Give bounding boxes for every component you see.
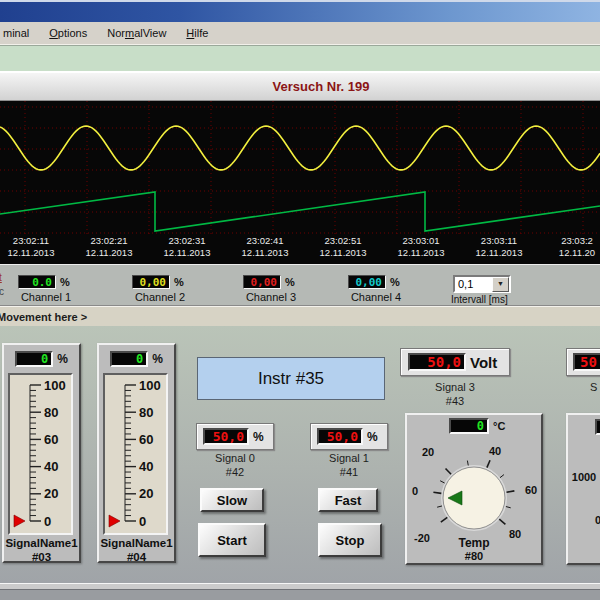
signal1-value: 50,0	[327, 429, 358, 444]
gauge-0-name: SignalName1	[4, 537, 79, 549]
right-clipped-lcd: 50	[573, 353, 600, 371]
channel-3-lcd: 0,00	[243, 275, 281, 289]
channel-strip: t c 0.0%Channel 10,00%Channel 20,00%Chan…	[0, 264, 600, 306]
svg-text:60: 60	[44, 432, 58, 447]
gauge-signalname1-04: 0%100806040200SignalName1#04	[97, 343, 176, 563]
chart-title: Versuch Nr. 199	[231, 79, 370, 94]
svg-text:0: 0	[44, 514, 51, 529]
svg-text:40: 40	[139, 459, 153, 474]
signal0-unit: %	[253, 430, 264, 444]
x-axis-label: 23:03:1112.11.2013	[460, 235, 538, 258]
gauge-1-scale: 100806040200	[103, 373, 168, 535]
interval-value: 0,1	[458, 278, 473, 290]
window-titlebar[interactable]	[0, 0, 600, 22]
stop-button[interactable]: Stop	[318, 523, 382, 557]
interval-label: Intervall [ms]	[451, 294, 521, 305]
right-knob-lcd	[595, 419, 600, 435]
x-axis-label: 23:02:2112.11.2013	[70, 235, 148, 258]
signal0-value: 50,0	[213, 429, 244, 444]
menu-bar: minalOptionsNormalViewHilfe	[0, 22, 600, 45]
signal3-display: 50,0 Volt	[400, 348, 510, 376]
x-axis-label: 23:02:4112.11.2013	[226, 235, 304, 258]
channel-indicator-4: 0,00%Channel 4	[344, 275, 408, 303]
x-axis-label: 23:02:5112.11.2013	[304, 235, 382, 258]
chart-grid	[0, 101, 600, 237]
instrument-panel: 0%100806040200SignalName1#03 0%100806040…	[0, 326, 600, 583]
right-clipped-display: 50	[566, 348, 600, 376]
right-knob-scale-0: 0	[595, 514, 600, 526]
signal3-unit: Volt	[470, 354, 497, 371]
svg-text:60: 60	[139, 432, 153, 447]
menu-item-minal[interactable]: minal	[0, 24, 39, 42]
channel-2-label: Channel 2	[128, 291, 192, 303]
x-axis-label: 23:02:3112.11.2013	[148, 235, 226, 258]
signal3-lcd: 50,0	[408, 353, 466, 371]
x-axis-label: 23:03:0112.11.2013	[382, 235, 460, 258]
signal0-caption: Signal 0 #42	[196, 452, 274, 480]
fast-button[interactable]: Fast	[318, 488, 378, 512]
slow-button[interactable]: Slow	[200, 488, 264, 512]
gauge-0-lcd: 0	[15, 351, 53, 367]
right-clipped-caption: S	[590, 381, 600, 395]
gauge-0-id: #03	[4, 551, 79, 563]
channel-2-lcd: 0,00	[132, 275, 170, 289]
trend-chart: 23:02:1112.11.201323:02:2112.11.201323:0…	[0, 101, 600, 264]
gauge-1-lcd: 0	[110, 351, 148, 367]
menu-item-hilfe[interactable]: Hilfe	[176, 24, 218, 42]
temp-name: Temp	[407, 536, 541, 550]
gauge-1-id: #04	[99, 551, 174, 563]
menu-item-options[interactable]: Options	[39, 24, 97, 42]
channel-4-label: Channel 4	[344, 291, 408, 303]
channel-indicator-2: 0,00%Channel 2	[128, 275, 192, 303]
svg-text:100: 100	[139, 378, 161, 393]
channel-4-lcd: 0,00	[348, 275, 386, 289]
temp-unit: °C	[493, 420, 505, 432]
waveform-plot	[0, 101, 600, 237]
movement-strip: Movement here >	[0, 306, 600, 326]
signal0-lcd: 50,0	[203, 428, 249, 445]
signal1-display: 50,0 %	[310, 423, 388, 450]
menu-item-normalview[interactable]: NormalView	[97, 24, 176, 42]
signal1-unit: %	[367, 430, 378, 444]
temp-scale-40: 40	[489, 445, 501, 457]
temp-id: #80	[407, 550, 541, 562]
chart-title-bar: Versuch Nr. 199	[0, 71, 600, 101]
gauge-0-pointer[interactable]	[14, 515, 25, 527]
x-axis-label: 23:02:1112.11.2013	[0, 235, 70, 258]
gauge-1-pointer[interactable]	[109, 515, 120, 527]
start-button[interactable]: Start	[198, 523, 266, 557]
temp-scale-0: 0	[412, 485, 418, 497]
instr-35-indicator: Instr #35	[197, 357, 385, 400]
channel-3-label: Channel 3	[239, 291, 303, 303]
svg-text:40: 40	[44, 459, 58, 474]
temp-knob-panel: 0 °C -20020406080 Temp #80	[405, 413, 543, 565]
svg-text:80: 80	[139, 405, 153, 420]
signal3-value: 50,0	[427, 354, 461, 370]
signal3-caption: Signal 3 #43	[400, 381, 510, 409]
temp-scale-20: 20	[422, 446, 434, 458]
sine-series	[0, 126, 600, 170]
right-knob-scale-1000: 1000	[572, 471, 596, 483]
x-axis-label: 23:03:212.11.20	[538, 235, 600, 258]
temp-lcd: 0	[449, 418, 489, 434]
channel-1-label: Channel 1	[14, 291, 78, 303]
chart-x-axis-labels: 23:02:1112.11.201323:02:2112.11.201323:0…	[0, 235, 600, 263]
gauge-1-name: SignalName1	[99, 537, 174, 549]
instr-35-label: Instr #35	[258, 369, 324, 389]
svg-text:80: 80	[44, 405, 58, 420]
gauge-signalname1-03: 0%100806040200SignalName1#03	[2, 343, 81, 563]
signal0-display: 50,0 %	[196, 423, 274, 450]
movement-label: Movement here >	[0, 311, 87, 323]
gauge-0-scale: 100806040200	[8, 373, 73, 535]
status-bar	[0, 589, 600, 600]
svg-text:0: 0	[139, 514, 146, 529]
clipped-edge-text-bottom: c	[0, 286, 4, 297]
temp-value: 0	[477, 419, 484, 433]
interval-select[interactable]: 0,1 ▼	[453, 275, 511, 293]
dropdown-arrow-icon[interactable]: ▼	[492, 277, 509, 292]
signal1-lcd: 50,0	[317, 428, 363, 445]
channel-indicator-1: 0.0%Channel 1	[14, 275, 78, 303]
clipped-edge-text-top: t	[0, 272, 2, 283]
right-clipped-knob-panel: 1000 0	[566, 413, 600, 565]
temp-scale-60: 60	[525, 484, 537, 496]
